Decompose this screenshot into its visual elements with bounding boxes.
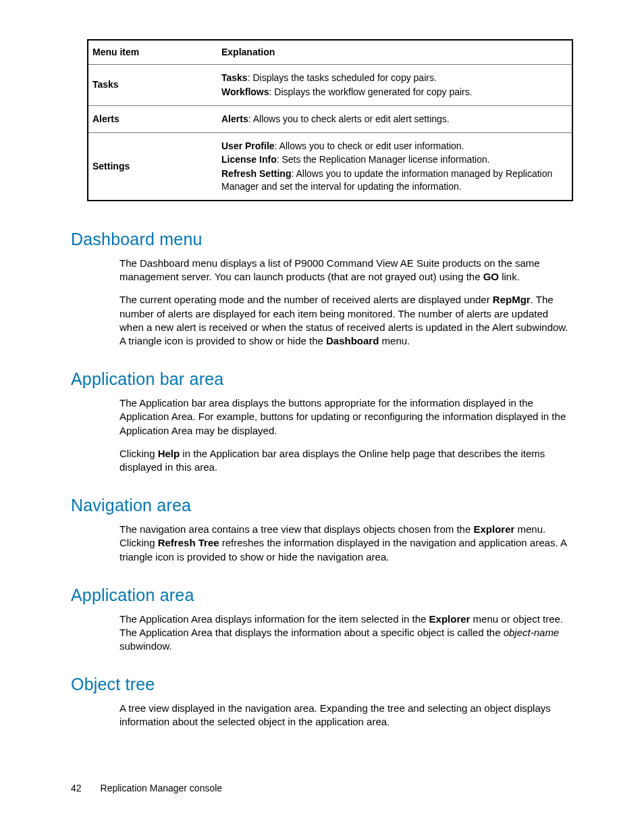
section-body: A tree view displayed in the navigation … — [119, 702, 573, 729]
cell-menu-item: Alerts — [88, 105, 217, 132]
col-explanation: Explanation — [217, 40, 572, 64]
term: User Profile — [221, 140, 275, 151]
paragraph: The Application Area displays informatio… — [119, 613, 573, 654]
term: Tasks — [221, 72, 248, 83]
bold: RepMgr — [493, 294, 531, 305]
document-page: Menu item Explanation Tasks Tasks: Displ… — [0, 0, 644, 834]
bold: Refresh Tree — [158, 537, 219, 548]
term: License Info — [221, 154, 277, 165]
text: The current operating mode and the numbe… — [119, 294, 493, 305]
table-header-row: Menu item Explanation — [88, 40, 572, 64]
cell-menu-item: Tasks — [88, 64, 217, 105]
term: Workflows — [221, 86, 269, 97]
heading-navigation-area: Navigation area — [71, 494, 573, 517]
heading-dashboard-menu: Dashboard menu — [71, 228, 573, 251]
heading-application-bar: Application bar area — [71, 368, 573, 391]
paragraph: Clicking Help in the Application bar are… — [119, 447, 573, 475]
table-row: Settings User Profile: Allows you to che… — [88, 132, 572, 201]
text: link. — [499, 271, 520, 282]
desc: : Displays the tasks scheduled for copy … — [248, 72, 437, 83]
desc: : Allows you to check or edit user infor… — [275, 140, 464, 151]
desc: : Sets the Replication Manager license i… — [277, 154, 490, 165]
section-body: The navigation area contains a tree view… — [119, 523, 573, 564]
section-body: The Application Area displays informatio… — [119, 613, 573, 654]
heading-object-tree: Object tree — [71, 673, 573, 696]
footer-title: Replication Manager console — [101, 783, 223, 793]
text: The Application Area displays informatio… — [119, 613, 429, 625]
paragraph: The navigation area contains a tree view… — [119, 523, 573, 564]
paragraph: The Dashboard menu displays a list of P9… — [119, 257, 573, 284]
page-number: 42 — [71, 782, 82, 795]
text: menu. — [379, 335, 410, 346]
bold: Explorer — [429, 613, 471, 625]
col-menu-item: Menu item — [88, 40, 217, 64]
table-row: Alerts Alerts: Allows you to check alert… — [88, 105, 572, 132]
term: Refresh Setting — [221, 168, 291, 179]
bold: Help — [158, 448, 180, 459]
text: The navigation area contains a tree view… — [119, 523, 473, 535]
cell-explanation: Tasks: Displays the tasks scheduled for … — [217, 64, 572, 105]
italic: object-name — [504, 627, 560, 638]
desc: : Displays the workflow generated for co… — [269, 86, 473, 97]
text: Clicking — [119, 448, 158, 459]
text: subwindow. — [119, 640, 172, 652]
page-footer: 42Replication Manager console — [71, 782, 222, 795]
paragraph: The Application bar area displays the bu… — [119, 396, 573, 438]
paragraph: A tree view displayed in the navigation … — [119, 702, 573, 729]
paragraph: The current operating mode and the numbe… — [119, 293, 573, 348]
bold: GO — [483, 271, 499, 282]
cell-explanation: User Profile: Allows you to check or edi… — [217, 132, 572, 201]
cell-menu-item: Settings — [88, 132, 217, 201]
text: The Dashboard menu displays a list of P9… — [119, 257, 540, 282]
term: Alerts — [221, 113, 248, 124]
section-body: The Application bar area displays the bu… — [119, 396, 573, 474]
cell-explanation: Alerts: Allows you to check alerts or ed… — [217, 105, 572, 132]
heading-application-area: Application area — [71, 584, 573, 607]
desc: : Allows you to check alerts or edit ale… — [248, 113, 450, 124]
bold: Explorer — [473, 523, 514, 535]
section-body: The Dashboard menu displays a list of P9… — [119, 257, 573, 348]
bold: Dashboard — [326, 335, 379, 346]
menu-table: Menu item Explanation Tasks Tasks: Displ… — [87, 39, 573, 201]
table-row: Tasks Tasks: Displays the tasks schedule… — [88, 64, 572, 105]
text: in the Application bar area displays the… — [119, 448, 545, 473]
